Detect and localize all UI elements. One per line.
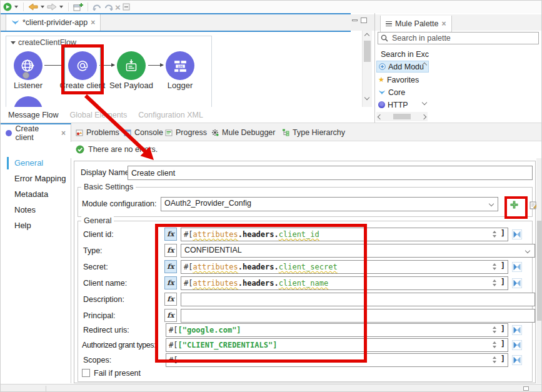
display-name-input[interactable] — [128, 166, 533, 180]
run-button[interactable] — [3, 2, 12, 12]
dataweave-icon[interactable] — [512, 229, 522, 239]
description-input[interactable] — [181, 293, 535, 306]
forward-dropdown-icon[interactable] — [59, 6, 63, 8]
fx-button[interactable]: fx — [164, 244, 177, 257]
flow-connector-arrow — [44, 65, 64, 66]
tab-client-provider-app[interactable]: *client-privider-app × — [6, 14, 101, 31]
scrollbar-thumb[interactable] — [393, 114, 411, 119]
maximize-icon[interactable] — [361, 18, 367, 23]
menu-icon[interactable] — [386, 21, 392, 26]
secret-input[interactable]: #[attributes.headers.client_secret ] — [181, 260, 508, 274]
tab-create-client[interactable]: Create client × — [1, 123, 71, 142]
scroll-right-icon[interactable] — [421, 114, 426, 119]
palette-item-favorites[interactable]: ★ Favorites — [376, 74, 429, 86]
tab-message-flow[interactable]: Message Flow — [8, 111, 59, 119]
node-set-payload[interactable] — [117, 51, 146, 80]
delete-icon[interactable]: × — [115, 2, 121, 12]
palette-item-http[interactable]: HTTP — [376, 99, 429, 111]
fx-button[interactable]: fx — [164, 260, 177, 273]
palette-item-core[interactable]: Core — [376, 86, 429, 98]
chevron-down-icon[interactable] — [489, 201, 494, 206]
spinner[interactable] — [493, 341, 498, 348]
spinner[interactable] — [493, 279, 498, 286]
close-icon[interactable]: × — [441, 19, 446, 28]
type-label: Type: — [83, 246, 103, 255]
scrollbar-thumb[interactable] — [364, 41, 371, 62]
add-config-button[interactable] — [509, 200, 519, 211]
tab-progress[interactable]: Progress — [165, 123, 207, 142]
editor-vertical-scrollbar[interactable] — [362, 31, 372, 107]
field-scopes: Scopes: #[ ] — [1, 353, 542, 367]
flow-canvas[interactable]: createClientFlow Listener — [1, 32, 362, 107]
new-perspective-icon[interactable] — [73, 2, 83, 12]
palette-item-add-modules[interactable]: Add Modu — [376, 61, 429, 73]
sidebar-item-error-mapping[interactable]: Error Mapping — [14, 174, 66, 183]
chevron-down-icon[interactable] — [525, 248, 530, 253]
client-name-input[interactable]: #[attributes.headers.client_name ] — [181, 276, 508, 290]
node-logger[interactable]: LOG — [166, 51, 194, 80]
spinner[interactable] — [493, 356, 498, 363]
palette-horizontal-scrollbar[interactable] — [376, 112, 428, 121]
sidebar-item-notes[interactable]: Notes — [14, 205, 36, 214]
collapse-all-icon[interactable] — [123, 2, 130, 12]
general-legend: General — [81, 216, 114, 225]
dataweave-icon[interactable] — [512, 262, 522, 272]
tab-configuration-xml[interactable]: Configuration XML — [138, 111, 203, 119]
collapse-caret-icon[interactable] — [11, 41, 16, 44]
fx-button[interactable]: fx — [164, 293, 177, 306]
module-config-combo[interactable]: OAuth2_Provider_Config — [161, 197, 498, 211]
palette-search-input[interactable] — [391, 33, 536, 43]
node-create-client[interactable] — [68, 51, 97, 80]
dataweave-icon[interactable] — [512, 355, 522, 365]
canvas-view-tabs: Message Flow Global Elements Configurati… — [1, 107, 362, 123]
principal-label: Principal: — [83, 311, 115, 320]
dataweave-icon[interactable] — [512, 278, 522, 288]
type-combo[interactable]: CONFIDENTIAL — [181, 244, 535, 258]
run-dropdown-icon[interactable] — [14, 6, 18, 8]
dataweave-icon[interactable] — [512, 340, 522, 350]
scroll-left-icon[interactable] — [378, 114, 383, 119]
tab-type-hierarchy[interactable]: Type Hierarchy — [282, 123, 345, 142]
tab-global-elements[interactable]: Global Elements — [70, 111, 128, 119]
back-button[interactable] — [28, 2, 38, 12]
fx-button[interactable]: fx — [164, 276, 177, 289]
node-listener[interactable] — [14, 51, 43, 80]
forward-button[interactable] — [47, 2, 57, 12]
client-id-input[interactable]: #[attributes.headers.client_id ] — [181, 228, 508, 241]
palette-search-box[interactable] — [378, 32, 539, 44]
scroll-down-icon[interactable] — [364, 95, 369, 100]
minimize-icon[interactable] — [352, 19, 358, 21]
sidebar-item-general[interactable]: General — [14, 158, 43, 168]
fx-button[interactable]: fx — [164, 309, 177, 322]
redo-icon[interactable] — [104, 2, 113, 12]
anypoint-studio-window: × *client-privider-app × createClientFlo… — [0, 0, 542, 392]
fail-if-present-checkbox[interactable] — [82, 369, 90, 377]
close-icon[interactable]: × — [91, 18, 95, 27]
flow-connector-arrow — [148, 65, 163, 66]
spinner[interactable] — [493, 263, 498, 270]
close-icon[interactable]: × — [61, 129, 66, 138]
spinner[interactable] — [493, 326, 498, 333]
palette-tab-title: Mule Palette — [395, 19, 438, 28]
bottom-view-tab-bar: Create client × Problems Console Progres… — [1, 123, 542, 141]
scrollbar-thumb[interactable] — [537, 221, 541, 321]
undo-icon[interactable] — [93, 2, 102, 12]
module-config-label: Module configuration: — [82, 199, 157, 208]
palette-item-search-exchange[interactable]: Search in Exch — [376, 48, 429, 60]
redirect-uris-input[interactable]: #[["google.com"] ] — [166, 323, 508, 337]
dataweave-icon[interactable] — [512, 325, 522, 335]
scopes-input[interactable]: #[ ] — [166, 353, 508, 367]
fx-button[interactable]: fx — [164, 228, 177, 241]
tab-console[interactable]: Console — [124, 123, 163, 142]
tab-mule-palette[interactable]: Mule Palette × — [380, 16, 452, 32]
tab-problems[interactable]: Problems — [76, 123, 119, 142]
sidebar-item-metadata[interactable]: Metadata — [14, 189, 48, 199]
spinner[interactable] — [493, 231, 498, 238]
form-scrollbar[interactable] — [536, 158, 542, 383]
principal-input[interactable] — [181, 309, 535, 323]
scroll-up-icon[interactable] — [364, 33, 369, 38]
grant-types-input[interactable]: #[["CLIENT_CREDENTIALS"] ] — [166, 338, 508, 352]
back-dropdown-icon[interactable] — [41, 6, 44, 8]
tab-mule-debugger[interactable]: Mule Debugger — [211, 123, 275, 142]
toolbar-separator — [88, 3, 88, 11]
